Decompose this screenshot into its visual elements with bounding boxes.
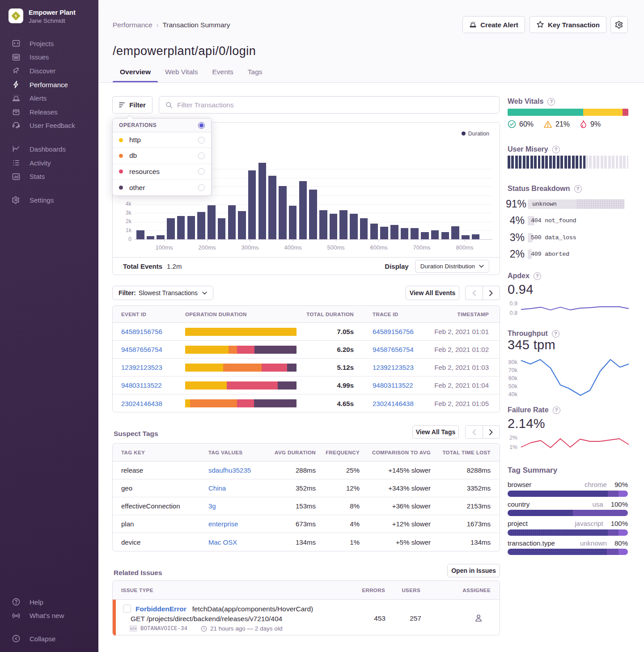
svg-text:40k: 40k — [508, 391, 518, 398]
svg-text:0.9: 0.9 — [510, 301, 517, 307]
svg-text:80k: 80k — [508, 359, 518, 365]
svg-text:50k: 50k — [508, 383, 518, 390]
svg-text:1%: 1% — [509, 444, 517, 450]
svg-text:0.8: 0.8 — [510, 310, 517, 316]
svg-text:60k: 60k — [508, 375, 518, 381]
svg-text:70k: 70k — [508, 367, 518, 373]
svg-text:2%: 2% — [509, 435, 517, 441]
